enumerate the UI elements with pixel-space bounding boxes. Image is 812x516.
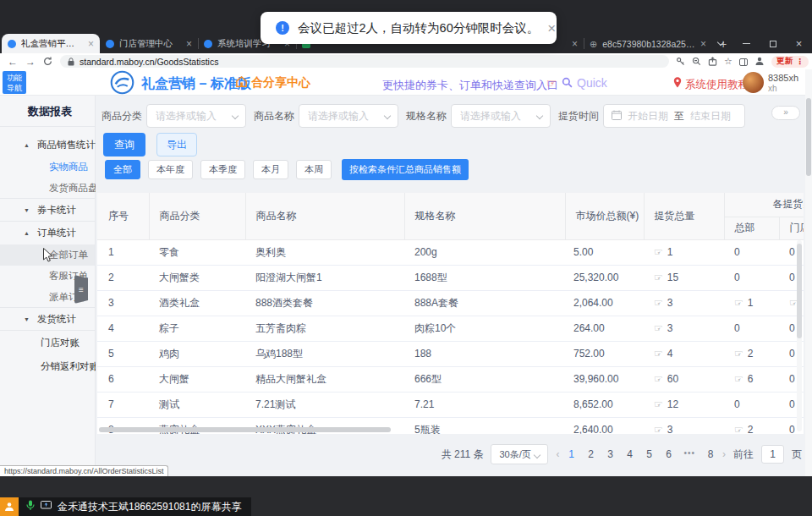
page-number[interactable]: 4	[625, 448, 634, 460]
filter-select-规格名称[interactable]: 请选择或输入	[451, 104, 551, 128]
pickup-hand-icon: ☞	[654, 398, 663, 410]
table-row[interactable]: 6大闸蟹精品大闸蟹礼盒666型39,960.00☞60☞60	[97, 366, 804, 392]
prev-page-icon[interactable]: ‹	[556, 448, 559, 460]
sidebar-group-发货统计[interactable]: ▼发货统计	[0, 308, 95, 331]
url-bar[interactable]: standard.maboy.cn/GoodsStatistics	[60, 55, 669, 68]
expand-filters-button[interactable]: »	[771, 106, 800, 120]
toast-close-icon[interactable]: ×	[547, 21, 556, 36]
browser-menu-icon[interactable]: ⋮	[796, 57, 804, 66]
cell-value: 3	[667, 322, 673, 334]
jump-page-input[interactable]	[761, 445, 784, 464]
page-scrollbar-thumb[interactable]	[806, 98, 811, 176]
sidebar-item-实物商品[interactable]: 实物商品	[0, 156, 95, 178]
page-number[interactable]: 2	[586, 448, 595, 460]
tab-close-icon[interactable]: ×	[186, 38, 192, 50]
range-tab-本季度[interactable]: 本季度	[200, 160, 245, 179]
sidebar-item-门店对账[interactable]: 门店对账	[0, 331, 95, 354]
side-panel-icon[interactable]	[739, 54, 748, 69]
cell: ☞12	[644, 392, 724, 417]
share-center-link[interactable]: 合分享中心	[235, 75, 310, 91]
col-header-category: 商品分类	[149, 193, 245, 239]
filter-select-商品分类[interactable]: 请选择或输入	[146, 104, 246, 128]
page-number[interactable]: 1	[567, 448, 575, 460]
sidebar-group-券卡统计[interactable]: ▼券卡统计	[0, 199, 95, 222]
page-number[interactable]: 5	[645, 448, 653, 460]
table-vertical-scrollbar[interactable]	[797, 240, 802, 431]
cell: 大闸蟹类	[149, 265, 245, 290]
sidebar-group-label: 发货统计	[37, 314, 76, 324]
user-avatar[interactable]	[743, 72, 764, 93]
browser-tab[interactable]: 门店管理中心×	[100, 34, 198, 53]
meeting-member-icon[interactable]	[0, 497, 19, 516]
query-button[interactable]: 查询	[103, 133, 145, 156]
window-menu-button[interactable]	[707, 34, 733, 53]
key-icon[interactable]	[676, 54, 685, 69]
pickup-hand-icon: ☞	[654, 424, 663, 434]
share-icon[interactable]	[708, 54, 717, 69]
range-tab-本年度[interactable]: 本年度	[148, 160, 193, 179]
profile-icon[interactable]	[754, 54, 765, 69]
table-row[interactable]: 4粽子五芳斋肉粽肉粽10个264.00☞300	[97, 316, 804, 341]
sidebar-group-商品销售统计[interactable]: ▲商品销售统计	[0, 134, 95, 156]
export-button[interactable]: 导出	[156, 133, 197, 156]
window-minimize-button[interactable]	[733, 34, 760, 53]
page-number[interactable]: 3	[606, 448, 614, 460]
triangle-up-icon: ▲	[24, 134, 30, 156]
zoom-indicator-icon[interactable]	[692, 54, 701, 69]
cell: ☞6	[724, 366, 779, 392]
sidebar-item-发货商品盘点[interactable]: 发货商品盘点	[0, 178, 95, 199]
table-row[interactable]: 3酒类礼盒888酒类套餐888A套餐2,064.00☞3☞1☞	[97, 290, 804, 316]
cell-value: 2	[748, 424, 754, 434]
page-scrollbar[interactable]	[805, 69, 812, 476]
cell: ☞1	[724, 290, 779, 316]
next-page-icon[interactable]: ›	[722, 448, 726, 460]
browser-tab[interactable]: ⊕e8c573980b1328a258fd2e6f8×	[584, 34, 712, 53]
tab-close-icon[interactable]: ×	[700, 38, 706, 50]
cell: ☞3	[644, 290, 724, 316]
table-row[interactable]: 7测试7.21测试7.218,652.00☞1200	[97, 392, 804, 417]
cell: 2,064.00	[565, 290, 644, 316]
tab-title: 门店管理中心	[119, 38, 181, 50]
filter-select-商品名称[interactable]: 请选择或输入	[299, 104, 398, 128]
range-tab-本月[interactable]: 本月	[253, 160, 288, 179]
pickup-date-range[interactable]: 开始日期至结束日期	[603, 104, 745, 128]
table-row[interactable]: 2大闸蟹类阳澄湖大闸蟹11688型25,320.00☞1500	[97, 265, 804, 290]
update-button[interactable]: 更新⋮	[771, 56, 809, 68]
page-number[interactable]: 8	[706, 448, 715, 460]
chevron-down-icon	[536, 113, 543, 119]
range-tab-全部[interactable]: 全部	[105, 160, 140, 179]
browser-tab[interactable]: 礼盒营销平台管理中心×	[2, 34, 100, 53]
pointer-hand-icon: ☞	[546, 76, 557, 90]
quick-label[interactable]: Quick	[577, 76, 607, 90]
page-number[interactable]: 6	[664, 448, 672, 460]
window-maximize-button[interactable]	[760, 34, 786, 53]
table-row[interactable]: 5鸡肉乌鸡188型188752.00☞4☞20	[97, 341, 804, 366]
date-filter-label: 提货时间	[558, 109, 599, 124]
summary-button[interactable]: 按检索条件汇总商品销售额	[342, 159, 469, 180]
table-vertical-scrollbar-thumb[interactable]	[797, 244, 802, 338]
back-icon[interactable]: ←	[8, 57, 18, 67]
table-horizontal-scrollbar-thumb[interactable]	[99, 427, 391, 432]
filter-label: 商品分类	[102, 109, 142, 124]
page-ellipsis[interactable]: •••	[683, 448, 695, 460]
reload-icon[interactable]	[43, 57, 52, 66]
cell: 阳澄湖大闸蟹1	[245, 265, 404, 290]
table-body: 1零食奥利奥200g5.00☞1002大闸蟹类阳澄湖大闸蟹11688型25,32…	[97, 239, 804, 434]
function-nav-button[interactable]: 功能 导航	[3, 71, 26, 94]
sidebar-collapse-handle[interactable]: ≡	[74, 275, 88, 304]
table-row[interactable]: 1零食奥利奥200g5.00☞100	[97, 239, 804, 265]
range-tab-本周[interactable]: 本周	[296, 160, 332, 179]
screen-share-bar[interactable]: 金禾通技术王斌18662591081的屏幕共享	[19, 497, 251, 516]
microphone-icon	[26, 500, 35, 513]
forward-icon[interactable]: →	[25, 57, 36, 67]
tab-close-icon[interactable]: ×	[88, 38, 94, 50]
page-size-select[interactable]: 30条/页	[491, 444, 548, 464]
tutorial-link[interactable]: 系统使用教程	[685, 78, 749, 92]
sidebar-item-分销返利对账[interactable]: 分销返利对账	[0, 354, 95, 378]
tab-close-icon[interactable]: ×	[572, 38, 578, 50]
cell: 五芳斋肉粽	[245, 316, 404, 341]
bookmark-star-icon[interactable]: ☆	[724, 57, 732, 66]
quick-search-icon[interactable]	[562, 76, 573, 91]
sidebar-group-订单统计[interactable]: ▲订单统计	[0, 222, 95, 244]
window-close-button[interactable]: ×	[786, 34, 812, 53]
